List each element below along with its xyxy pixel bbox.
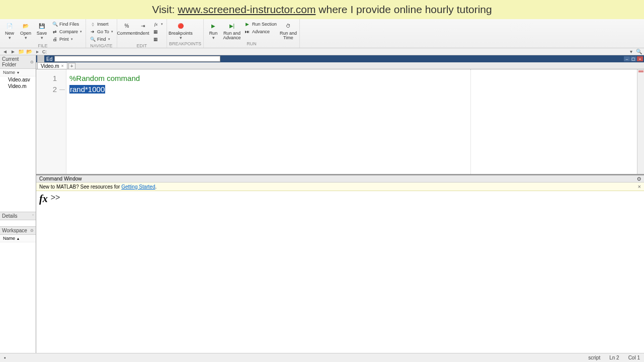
workspace-collapse-icon[interactable]: ⊙ (30, 228, 34, 233)
details-expand-icon[interactable]: ˆ (32, 214, 34, 218)
getting-started-link[interactable]: Getting Started (121, 184, 155, 190)
run-group-label: RUN (206, 41, 297, 47)
code-selected-text: rand*1000 (69, 85, 105, 94)
nav-parent-icon[interactable]: 📂 (26, 49, 32, 55)
file-group-label: FILE (2, 43, 84, 48)
run-time-button[interactable]: ⏱Run and Time (279, 20, 297, 40)
editor-gutter: 1 2— (36, 69, 66, 174)
ribbon-edit-group: %Comment ⇥Indent fx▾ ▦ ▦ EDIT (117, 19, 167, 48)
comment-icon: % (122, 21, 131, 30)
run-time-icon: ⏱ (284, 21, 293, 30)
ribbon-toolbar: 📄New▾ 📂Open▾ 💾Save▾ 🔍Find Files ⇄Compare… (0, 19, 644, 48)
command-prompt: >> (51, 193, 60, 202)
current-folder-header: Current Folder ⊙ (0, 55, 36, 69)
print-icon: 🖨 (52, 36, 58, 42)
fx-button[interactable]: fx▾ (151, 21, 165, 28)
run-section-icon: ▶ (245, 21, 251, 27)
workspace-name-column-header[interactable]: Name ▲ (0, 235, 36, 242)
fx-prompt-icon[interactable]: fx (39, 193, 48, 205)
advance-icon: ⏭ (245, 29, 251, 35)
search-path-button[interactable]: 🔍 (636, 49, 642, 55)
open-button[interactable]: 📂Open▾ (18, 20, 33, 40)
run-advance-button[interactable]: ▶|Run and Advance (222, 20, 242, 40)
editor-minimize-button[interactable]: – (624, 56, 630, 61)
editor-icon (37, 55, 44, 62)
editor-body[interactable]: 1 2— %Random command rand*1000 (36, 69, 644, 175)
nav-up-icon[interactable]: 📁 (18, 49, 24, 55)
editor-scrollbar[interactable] (637, 69, 644, 174)
nav-back-button[interactable]: ◄ (2, 49, 8, 55)
goto-button[interactable]: ➜Go To▾ (88, 28, 115, 35)
comment-button[interactable]: %Comment (119, 20, 134, 36)
run-advance-icon: ▶| (227, 21, 236, 30)
run-section-button[interactable]: ▶Run Section (243, 21, 278, 28)
ribbon-navigate-group: ⎀Insert ➜Go To▾ 🔍Find▾ NAVIGATE (86, 19, 117, 48)
editor-close-button[interactable]: × (637, 56, 643, 61)
status-line: Ln 2 (609, 355, 619, 360)
file-name-column-header[interactable]: Name ▼ (0, 69, 36, 76)
current-folder-collapse-icon[interactable]: ⊙ (30, 60, 34, 64)
run-icon: ▶ (209, 21, 218, 30)
editor-maximize-button[interactable]: ▢ (630, 56, 636, 61)
info-suffix: . (155, 184, 156, 190)
save-button[interactable]: 💾Save▾ (34, 20, 49, 40)
find-files-button[interactable]: 🔍Find Files (50, 21, 84, 28)
status-col: Col 1 (628, 355, 640, 360)
info-close-button[interactable]: × (638, 184, 641, 190)
editor-code-area[interactable]: %Random command rand*1000 (66, 69, 637, 174)
add-tab-button[interactable]: + (68, 63, 75, 69)
insert-button[interactable]: ⎀Insert (88, 21, 115, 28)
banner-suffix: where I provide online hourly tutoring (316, 4, 492, 15)
run-button[interactable]: ▶Run▾ (206, 20, 221, 40)
find-icon: 🔍 (90, 36, 96, 42)
breakpoints-button[interactable]: 🔴Breakpoints▾ (169, 20, 192, 40)
path-dropdown-button[interactable]: ▾ (628, 49, 634, 55)
tab-close-icon[interactable]: × (61, 63, 64, 68)
command-window-menu-icon[interactable]: ⊙ (637, 176, 641, 182)
banner-prefix: Visit: (152, 4, 178, 15)
goto-icon: ➜ (90, 29, 96, 35)
edit-tool-1[interactable]: ▦ (151, 28, 165, 35)
banner-url[interactable]: www.screened-instructor.com (178, 4, 315, 15)
path-separator-icon: ▸ (34, 49, 40, 55)
file-list: Video.asv Video.m (0, 76, 36, 212)
address-bar: ◄ ► 📁 📂 ▸ C: ▾ 🔍 (0, 48, 644, 55)
find-button[interactable]: 🔍Find▾ (88, 36, 115, 43)
status-file-type: script (588, 355, 600, 360)
open-folder-icon: 📂 (21, 21, 30, 30)
section-dash-icon: — (59, 86, 65, 92)
indent-button[interactable]: ⇥Indent (135, 20, 150, 36)
ribbon-breakpoints-group: 🔴Breakpoints▾ BREAKPOINTS (167, 19, 204, 48)
status-bar: ▪ script Ln 2 Col 1 (0, 353, 644, 362)
nav-forward-button[interactable]: ► (10, 49, 16, 55)
fx-icon: fx (153, 21, 159, 27)
editor-right-margin (470, 69, 471, 174)
command-window-body[interactable]: fx >> (36, 191, 644, 362)
compare-icon: ⇄ (52, 29, 58, 35)
current-path[interactable]: C: (42, 49, 47, 54)
compare-button[interactable]: ⇄Compare▾ (50, 28, 84, 35)
save-icon: 💾 (37, 21, 46, 30)
code-comment: %Random command (69, 74, 140, 82)
new-button[interactable]: 📄New▾ (2, 20, 17, 40)
advance-button[interactable]: ⏭Advance (243, 28, 278, 35)
editor-tab[interactable]: Video.m × (37, 62, 67, 69)
ribbon-run-group: ▶Run▾ ▶|Run and Advance ▶Run Section ⏭Ad… (204, 19, 300, 48)
edit-group-label: EDIT (119, 43, 165, 48)
print-button[interactable]: 🖨Print▾ (50, 36, 84, 43)
workspace-body (0, 242, 36, 355)
tab-label: Video.m (41, 63, 59, 69)
command-window-info-bar: New to MATLAB? See resources for Getting… (36, 183, 644, 191)
info-prefix: New to MATLAB? See resources for (39, 184, 121, 190)
find-files-icon: 🔍 (52, 21, 58, 27)
edit-tool-2[interactable]: ▦ (151, 36, 165, 43)
breakpoint-icon: 🔴 (176, 21, 185, 30)
file-item[interactable]: Video.m (0, 83, 36, 89)
editor-tab-bar: Video.m × + (36, 62, 644, 69)
new-file-icon: 📄 (5, 21, 14, 30)
editor-path-input[interactable] (54, 56, 220, 62)
tutorial-banner: Visit: www.screened-instructor.com where… (0, 0, 644, 19)
navigate-group-label: NAVIGATE (88, 43, 115, 48)
workspace-header: Workspace ⊙ (0, 227, 36, 235)
file-item[interactable]: Video.asv (0, 76, 36, 83)
